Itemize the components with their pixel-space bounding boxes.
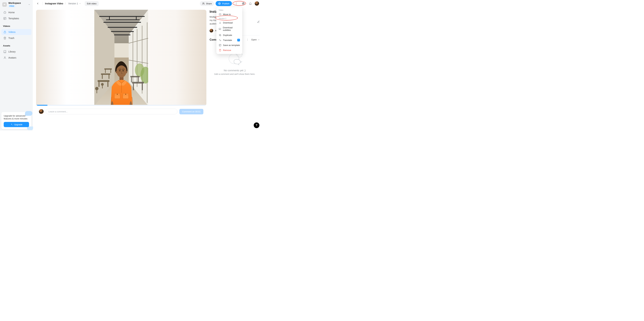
- share-label: Share: [206, 2, 212, 5]
- subtitles-icon: [219, 27, 221, 30]
- edit-description-button[interactable]: [257, 20, 260, 23]
- gift-icon: [242, 2, 245, 5]
- comments-filter-label: Open: [251, 38, 257, 41]
- svg-point-69: [247, 39, 248, 39]
- sidebar-item-templates[interactable]: Templates: [1, 15, 32, 21]
- sidebar-nav: Home Templates: [0, 8, 33, 22]
- sidebar-item-label: Home: [8, 11, 14, 14]
- svg-rect-51: [133, 83, 134, 90]
- share-button[interactable]: Share: [200, 1, 214, 6]
- menu-item-save-template[interactable]: Save as template: [216, 43, 242, 48]
- dots-vertical-icon: [235, 2, 238, 5]
- sidebar-item-avatars[interactable]: Avatars: [1, 55, 32, 61]
- publish-label: Publish: [222, 2, 230, 5]
- video-canvas[interactable]: [36, 10, 206, 106]
- svg-point-60: [116, 71, 117, 73]
- breadcrumb-sep: /: [65, 2, 66, 5]
- comments-filter-dropdown[interactable]: Open: [251, 38, 260, 41]
- template-icon: [219, 44, 221, 46]
- svg-point-70: [247, 39, 248, 40]
- svg-rect-85: [219, 44, 221, 46]
- menu-item-move-to[interactable]: Move to: [216, 12, 242, 17]
- svg-point-68: [125, 94, 126, 95]
- video-progress-track[interactable]: [36, 105, 206, 106]
- svg-rect-42: [108, 75, 110, 79]
- comment-avatar: [39, 109, 44, 114]
- back-button[interactable]: [36, 1, 40, 6]
- svg-point-59: [122, 70, 124, 71]
- svg-rect-54: [131, 77, 132, 82]
- svg-rect-44: [105, 70, 106, 73]
- chevron-down-icon: [28, 3, 30, 6]
- move-icon: [219, 13, 221, 15]
- sidebar-item-videos[interactable]: Videos: [1, 29, 32, 35]
- menu-item-label: Save as template: [223, 44, 240, 46]
- menu-item-translate[interactable]: Translate: [216, 37, 242, 43]
- svg-rect-84: [219, 34, 220, 35]
- svg-point-6: [204, 3, 204, 3]
- trash-icon: [3, 36, 6, 39]
- svg-rect-53: [130, 76, 140, 77]
- comment-input[interactable]: [46, 109, 177, 114]
- svg-point-5: [203, 3, 203, 3]
- comment-submit-button[interactable]: Comment on 00:01: [179, 109, 203, 114]
- svg-rect-49: [102, 84, 103, 88]
- menu-item-label: Duplicate: [223, 34, 232, 36]
- svg-rect-43: [104, 68, 112, 70]
- publish-button[interactable]: Publish: [216, 1, 232, 6]
- menu-item-download[interactable]: Download: [216, 20, 242, 25]
- download-icon: [219, 21, 221, 24]
- trash-icon: [219, 49, 221, 51]
- avatar-icon: [3, 56, 6, 59]
- svg-point-4: [4, 57, 5, 58]
- library-icon: [3, 50, 6, 53]
- notifications-button[interactable]: [248, 1, 253, 6]
- upgrade-text: Upgrade for advanced features & more min…: [4, 114, 29, 120]
- svg-rect-79: [219, 28, 221, 30]
- sparkle-badge: [237, 39, 240, 41]
- help-button[interactable]: ?: [254, 122, 260, 128]
- user-avatar[interactable]: [255, 1, 259, 6]
- menu-group-label: Video: [216, 8, 242, 12]
- upgrade-button-label: Upgrade: [14, 123, 22, 126]
- menu-item-label: Remove: [223, 49, 231, 51]
- menu-item-duplicate[interactable]: Duplicate: [216, 32, 242, 37]
- version-dropdown[interactable]: Version 1: [67, 1, 82, 5]
- svg-rect-41: [102, 75, 103, 79]
- gift-button[interactable]: [240, 1, 246, 6]
- sidebar-item-label: Templates: [8, 17, 19, 20]
- workspace-switcher[interactable]: W Workspace FREE: [0, 0, 33, 8]
- sidebar-item-library[interactable]: Library: [1, 49, 32, 55]
- menu-item-remove[interactable]: Remove: [216, 48, 242, 53]
- svg-rect-38: [98, 82, 100, 87]
- lock-icon: [3, 30, 6, 33]
- upgrade-card: Upgrade for advanced features & more min…: [1, 112, 32, 129]
- sidebar-section-videos: Videos: [0, 22, 33, 28]
- translate-icon: [219, 39, 221, 41]
- svg-rect-39: [108, 82, 108, 87]
- menu-item-label: Translate: [223, 39, 232, 41]
- menu-item-download-subtitles[interactable]: Download subtitles: [216, 25, 242, 32]
- breadcrumb-title[interactable]: Instagram Video: [45, 2, 63, 5]
- video-progress-fill: [36, 105, 48, 106]
- menu-item-label: Download subtitles: [223, 26, 240, 31]
- home-icon: [3, 11, 6, 14]
- svg-rect-78: [219, 13, 221, 15]
- comments-more-button[interactable]: [246, 38, 249, 41]
- sidebar-section-assets: Assets: [0, 42, 33, 48]
- sidebar-item-trash[interactable]: Trash: [1, 35, 32, 41]
- author-avatar: [210, 29, 213, 32]
- upgrade-button[interactable]: Upgrade: [4, 122, 29, 127]
- svg-rect-83: [220, 35, 221, 36]
- more-menu-button[interactable]: [234, 1, 239, 6]
- more-menu: Video Move to Version 1 Download Downloa…: [216, 7, 242, 54]
- sidebar-item-home[interactable]: Home: [1, 9, 32, 15]
- sidebar: W Workspace FREE Home Templates Videos V…: [0, 0, 33, 130]
- topbar: Instagram Video / Version 1 Edit video S…: [33, 0, 262, 7]
- menu-item-label: Move to: [223, 13, 231, 15]
- workspace-name: Workspace: [8, 2, 26, 4]
- sidebar-item-label: Library: [8, 50, 16, 53]
- sidebar-item-label: Videos: [8, 31, 16, 33]
- edit-video-button[interactable]: Edit video: [85, 1, 99, 6]
- svg-point-67: [117, 94, 118, 95]
